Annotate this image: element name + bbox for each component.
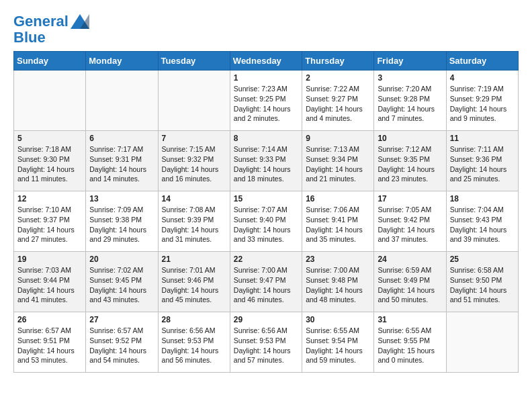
calendar-cell: 21Sunrise: 7:01 AM Sunset: 9:46 PM Dayli…: [158, 252, 230, 312]
day-info: Sunrise: 6:59 AM Sunset: 9:49 PM Dayligh…: [378, 265, 442, 305]
calendar-cell: 7Sunrise: 7:15 AM Sunset: 9:32 PM Daylig…: [158, 131, 230, 191]
day-info: Sunrise: 7:09 AM Sunset: 9:38 PM Dayligh…: [89, 205, 154, 244]
weekday-header-friday: Friday: [374, 52, 446, 71]
weekday-header-monday: Monday: [86, 52, 158, 71]
weekday-header-row: SundayMondayTuesdayWednesdayThursdayFrid…: [14, 52, 519, 71]
day-info: Sunrise: 7:02 AM Sunset: 9:45 PM Dayligh…: [89, 265, 154, 305]
calendar-cell: 12Sunrise: 7:10 AM Sunset: 9:37 PM Dayli…: [14, 191, 86, 252]
day-info: Sunrise: 7:06 AM Sunset: 9:41 PM Dayligh…: [306, 205, 370, 244]
day-info: Sunrise: 6:56 AM Sunset: 9:53 PM Dayligh…: [234, 326, 298, 365]
calendar-cell: 28Sunrise: 6:56 AM Sunset: 9:53 PM Dayli…: [158, 312, 230, 373]
calendar-cell: 13Sunrise: 7:09 AM Sunset: 9:38 PM Dayli…: [86, 191, 158, 252]
calendar-week-2: 5Sunrise: 7:18 AM Sunset: 9:30 PM Daylig…: [14, 131, 519, 191]
calendar-cell: 24Sunrise: 6:59 AM Sunset: 9:49 PM Dayli…: [374, 252, 446, 312]
calendar-cell: 14Sunrise: 7:08 AM Sunset: 9:39 PM Dayli…: [158, 191, 230, 252]
day-info: Sunrise: 6:57 AM Sunset: 9:52 PM Dayligh…: [89, 326, 154, 365]
day-number: 7: [162, 134, 226, 143]
day-number: 5: [17, 134, 82, 143]
calendar-cell: 30Sunrise: 6:55 AM Sunset: 9:54 PM Dayli…: [302, 312, 374, 373]
day-info: Sunrise: 6:58 AM Sunset: 9:50 PM Dayligh…: [450, 265, 515, 305]
calendar-cell: 22Sunrise: 7:00 AM Sunset: 9:47 PM Dayli…: [230, 252, 302, 312]
day-info: Sunrise: 6:56 AM Sunset: 9:53 PM Dayligh…: [162, 326, 226, 365]
day-number: 29: [234, 315, 298, 324]
calendar-cell: [14, 71, 86, 131]
calendar-cell: 19Sunrise: 7:03 AM Sunset: 9:44 PM Dayli…: [14, 252, 86, 312]
day-info: Sunrise: 7:12 AM Sunset: 9:35 PM Dayligh…: [378, 144, 442, 184]
day-number: 9: [306, 134, 370, 143]
day-number: 23: [306, 255, 370, 264]
day-number: 26: [17, 315, 82, 324]
weekday-header-tuesday: Tuesday: [158, 52, 230, 71]
day-info: Sunrise: 7:07 AM Sunset: 9:40 PM Dayligh…: [234, 205, 298, 244]
day-number: 16: [306, 194, 370, 203]
day-number: 3: [378, 73, 442, 83]
day-info: Sunrise: 7:05 AM Sunset: 9:42 PM Dayligh…: [378, 205, 442, 244]
calendar-week-3: 12Sunrise: 7:10 AM Sunset: 9:37 PM Dayli…: [14, 191, 519, 252]
calendar-cell: 27Sunrise: 6:57 AM Sunset: 9:52 PM Dayli…: [86, 312, 158, 373]
calendar-cell: 20Sunrise: 7:02 AM Sunset: 9:45 PM Dayli…: [86, 252, 158, 312]
calendar-cell: [158, 71, 230, 131]
day-info: Sunrise: 7:14 AM Sunset: 9:33 PM Dayligh…: [234, 144, 298, 184]
calendar-week-4: 19Sunrise: 7:03 AM Sunset: 9:44 PM Dayli…: [14, 252, 519, 312]
day-info: Sunrise: 7:18 AM Sunset: 9:30 PM Dayligh…: [17, 144, 82, 184]
day-number: 20: [89, 255, 154, 264]
day-info: Sunrise: 6:57 AM Sunset: 9:51 PM Dayligh…: [17, 326, 82, 365]
calendar-cell: 16Sunrise: 7:06 AM Sunset: 9:41 PM Dayli…: [302, 191, 374, 252]
calendar-cell: 6Sunrise: 7:17 AM Sunset: 9:31 PM Daylig…: [86, 131, 158, 191]
day-number: 31: [378, 315, 442, 324]
calendar-cell: 11Sunrise: 7:11 AM Sunset: 9:36 PM Dayli…: [446, 131, 518, 191]
calendar-cell: 17Sunrise: 7:05 AM Sunset: 9:42 PM Dayli…: [374, 191, 446, 252]
day-info: Sunrise: 6:55 AM Sunset: 9:55 PM Dayligh…: [378, 326, 442, 365]
day-info: Sunrise: 7:08 AM Sunset: 9:39 PM Dayligh…: [162, 205, 226, 244]
calendar-cell: 1Sunrise: 7:23 AM Sunset: 9:25 PM Daylig…: [230, 71, 302, 131]
weekday-header-thursday: Thursday: [302, 52, 374, 71]
day-number: 12: [17, 194, 82, 203]
logo-blue-text: Blue: [13, 30, 89, 46]
day-number: 2: [306, 73, 370, 83]
day-number: 15: [234, 194, 298, 203]
page-header: General Blue: [13, 13, 519, 46]
day-info: Sunrise: 6:55 AM Sunset: 9:54 PM Dayligh…: [306, 326, 370, 365]
day-number: 25: [450, 255, 515, 264]
day-info: Sunrise: 7:20 AM Sunset: 9:28 PM Dayligh…: [378, 84, 442, 124]
day-number: 17: [378, 194, 442, 203]
day-number: 14: [162, 194, 226, 203]
day-number: 1: [234, 73, 298, 83]
day-number: 22: [234, 255, 298, 264]
weekday-header-wednesday: Wednesday: [230, 52, 302, 71]
day-number: 8: [234, 134, 298, 143]
calendar-cell: 23Sunrise: 7:00 AM Sunset: 9:48 PM Dayli…: [302, 252, 374, 312]
weekday-header-sunday: Sunday: [14, 52, 86, 71]
day-info: Sunrise: 7:11 AM Sunset: 9:36 PM Dayligh…: [450, 144, 515, 184]
calendar-cell: 5Sunrise: 7:18 AM Sunset: 9:30 PM Daylig…: [14, 131, 86, 191]
day-number: 6: [89, 134, 154, 143]
day-number: 18: [450, 194, 515, 203]
day-info: Sunrise: 7:15 AM Sunset: 9:32 PM Dayligh…: [162, 144, 226, 184]
logo-icon: [71, 14, 89, 29]
day-info: Sunrise: 7:23 AM Sunset: 9:25 PM Dayligh…: [234, 84, 298, 124]
day-info: Sunrise: 7:10 AM Sunset: 9:37 PM Dayligh…: [17, 205, 82, 244]
day-info: Sunrise: 7:01 AM Sunset: 9:46 PM Dayligh…: [162, 265, 226, 305]
day-number: 19: [17, 255, 82, 264]
logo-text: General: [13, 13, 69, 30]
calendar-cell: 9Sunrise: 7:13 AM Sunset: 9:34 PM Daylig…: [302, 131, 374, 191]
day-info: Sunrise: 7:00 AM Sunset: 9:47 PM Dayligh…: [234, 265, 298, 305]
day-number: 28: [162, 315, 226, 324]
calendar-cell: 8Sunrise: 7:14 AM Sunset: 9:33 PM Daylig…: [230, 131, 302, 191]
weekday-header-saturday: Saturday: [446, 52, 518, 71]
day-info: Sunrise: 7:00 AM Sunset: 9:48 PM Dayligh…: [306, 265, 370, 305]
calendar-week-5: 26Sunrise: 6:57 AM Sunset: 9:51 PM Dayli…: [14, 312, 519, 373]
day-info: Sunrise: 7:17 AM Sunset: 9:31 PM Dayligh…: [89, 144, 154, 184]
logo: General Blue: [13, 13, 89, 46]
day-info: Sunrise: 7:19 AM Sunset: 9:29 PM Dayligh…: [450, 84, 515, 124]
calendar-cell: 29Sunrise: 6:56 AM Sunset: 9:53 PM Dayli…: [230, 312, 302, 373]
calendar-cell: 31Sunrise: 6:55 AM Sunset: 9:55 PM Dayli…: [374, 312, 446, 373]
day-number: 11: [450, 134, 515, 143]
day-number: 30: [306, 315, 370, 324]
day-info: Sunrise: 7:22 AM Sunset: 9:27 PM Dayligh…: [306, 84, 370, 124]
calendar-cell: 2Sunrise: 7:22 AM Sunset: 9:27 PM Daylig…: [302, 71, 374, 131]
calendar-table: SundayMondayTuesdayWednesdayThursdayFrid…: [13, 51, 519, 373]
day-number: 4: [450, 73, 515, 83]
day-info: Sunrise: 7:04 AM Sunset: 9:43 PM Dayligh…: [450, 205, 515, 244]
calendar-cell: 18Sunrise: 7:04 AM Sunset: 9:43 PM Dayli…: [446, 191, 518, 252]
